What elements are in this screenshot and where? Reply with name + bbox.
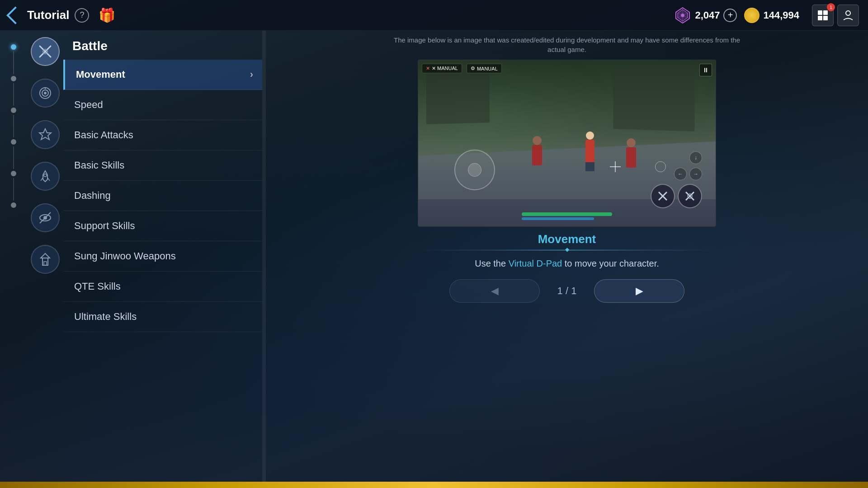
menu-item-dashing-label: Dashing (74, 190, 111, 202)
menu-item-ultimate-label: Ultimate Skills (74, 311, 137, 323)
sidebar-item-target[interactable] (31, 79, 60, 108)
enemy-1-head (533, 136, 542, 145)
menu-item-speed[interactable]: Speed (63, 90, 262, 120)
prev-button[interactable]: ◀ (449, 279, 540, 303)
help-button[interactable]: ? (75, 8, 89, 23)
connector-1 (13, 52, 14, 74)
menu-item-support-skills[interactable]: Support Skills (63, 211, 262, 241)
menu-list: Movement › Speed Basic Attacks Basic Ski… (63, 60, 262, 488)
top-bar-right: 2,047 + 144,994 1 (674, 5, 859, 26)
enemy-2-head (627, 138, 636, 147)
down-arrow-ctrl[interactable]: ↓ (689, 151, 702, 164)
dpad-control[interactable] (454, 150, 495, 190)
prev-icon: ◀ (491, 285, 499, 297)
svg-point-5 (681, 14, 684, 17)
coin-icon (744, 8, 760, 23)
target-icon (38, 86, 52, 100)
page-indicator: 1 / 1 (553, 285, 580, 297)
left-sidebar (0, 31, 63, 488)
sidebar-item-battle[interactable] (31, 37, 60, 66)
dot-2 (11, 76, 16, 81)
sidebar-icon-list (27, 31, 63, 488)
game-preview: ✕ ✕ MANUAL ⚙ MANUAL ⏸ (418, 60, 716, 227)
sidebar-item-tower[interactable] (31, 245, 60, 274)
attack-btn-1[interactable] (651, 184, 675, 208)
dpad-center (468, 163, 481, 177)
menu-item-qte-label: QTE Skills (74, 281, 121, 292)
tutorial-title: Tutorial (27, 8, 69, 22)
sidebar-item-rocket[interactable] (31, 162, 60, 191)
enemy-1 (528, 136, 546, 168)
menu-item-basic-skills-label: Basic Skills (74, 160, 124, 171)
game-scene: ✕ ✕ MANUAL ⚙ MANUAL ⏸ (418, 60, 716, 226)
enemy-2-body (626, 147, 636, 168)
menu-item-basic-skills[interactable]: Basic Skills (63, 150, 262, 181)
connector-4 (13, 146, 14, 169)
add-crystal-button[interactable]: + (723, 9, 737, 22)
connector-5 (13, 178, 14, 201)
svg-marker-24 (41, 253, 50, 258)
top-bar: Tutorial ? 🎁 2,047 + 144,994 (0, 0, 868, 31)
nav-buttons: ◀ 1 / 1 ▶ (449, 279, 684, 303)
menu-item-support-skills-label: Support Skills (74, 220, 135, 232)
dot-6 (11, 202, 16, 208)
sidebar-dots (0, 31, 27, 488)
sidebar-item-eye[interactable] (31, 203, 60, 232)
svg-point-19 (44, 174, 47, 177)
notification-badge: 1 (827, 3, 835, 11)
eye-off-icon (38, 211, 52, 225)
main-content: Battle Movement › Speed Basic Attacks Ba… (0, 31, 868, 488)
bg-structure-left (426, 68, 490, 124)
menu-item-basic-attacks[interactable]: Basic Attacks (63, 120, 262, 150)
menu-item-movement[interactable]: Movement › (63, 60, 262, 90)
left-arrow-ctrl[interactable]: ← (674, 168, 687, 180)
right-arrow-ctrl[interactable]: → (689, 168, 702, 180)
ctrl-main-row: ← → (674, 168, 702, 180)
menu-item-sung-jinwoo-label: Sung Jinwoo Weapons (74, 250, 176, 262)
crystal-icon (674, 7, 691, 24)
profile-button[interactable] (837, 5, 859, 26)
game-hud: ✕ ✕ MANUAL ⚙ MANUAL (422, 64, 502, 73)
gold-value: 144,994 (763, 9, 799, 21)
char-legs (585, 162, 594, 171)
back-button[interactable]: Tutorial (9, 8, 69, 22)
svg-marker-18 (39, 129, 51, 140)
action-buttons-row (651, 184, 702, 208)
content-area: The image below is an image that was cre… (266, 31, 868, 488)
connector-2 (13, 83, 14, 106)
gold-currency: 144,994 (744, 8, 799, 23)
menu-item-qte[interactable]: QTE Skills (63, 272, 262, 302)
game-character (579, 131, 601, 172)
svg-line-22 (40, 212, 51, 223)
gift-button[interactable]: 🎁 (96, 5, 117, 26)
dot-3 (11, 108, 16, 113)
info-text-pre: Use the (475, 258, 508, 268)
right-controls: ↓ ← → (651, 151, 702, 208)
rocket-icon (38, 169, 52, 183)
crystal-currency: 2,047 + (674, 7, 737, 24)
connector-3 (13, 115, 14, 137)
next-button[interactable]: ▶ (594, 279, 684, 303)
menu-item-ultimate[interactable]: Ultimate Skills (63, 302, 262, 332)
bottom-gold-bar (0, 482, 868, 488)
crosshair-lines (610, 161, 621, 172)
menu-item-dashing[interactable]: Dashing (63, 181, 262, 211)
info-title: Movement (418, 232, 716, 246)
char-head (586, 131, 594, 140)
menu-panel: Battle Movement › Speed Basic Attacks Ba… (63, 31, 262, 488)
svg-point-10 (846, 11, 850, 15)
info-text: Use the Virtual D-Pad to move your chara… (418, 257, 716, 270)
grid-button[interactable]: 1 (812, 5, 834, 26)
pause-button[interactable]: ⏸ (699, 64, 712, 76)
menu-item-sung-jinwoo[interactable]: Sung Jinwoo Weapons (63, 241, 262, 272)
attack-btn-2[interactable] (678, 184, 702, 208)
info-section: Movement Use the Virtual D-Pad to move y… (418, 232, 716, 270)
health-bars (522, 212, 612, 220)
ctrl-top-row: ↓ (689, 151, 702, 164)
chevron-right-icon: › (250, 69, 253, 80)
char-body (585, 140, 594, 162)
svg-rect-8 (818, 16, 822, 20)
manual-btn-1: ✕ ✕ MANUAL (422, 64, 462, 73)
enemy-2 (621, 138, 642, 168)
sidebar-item-skill[interactable] (31, 120, 60, 149)
